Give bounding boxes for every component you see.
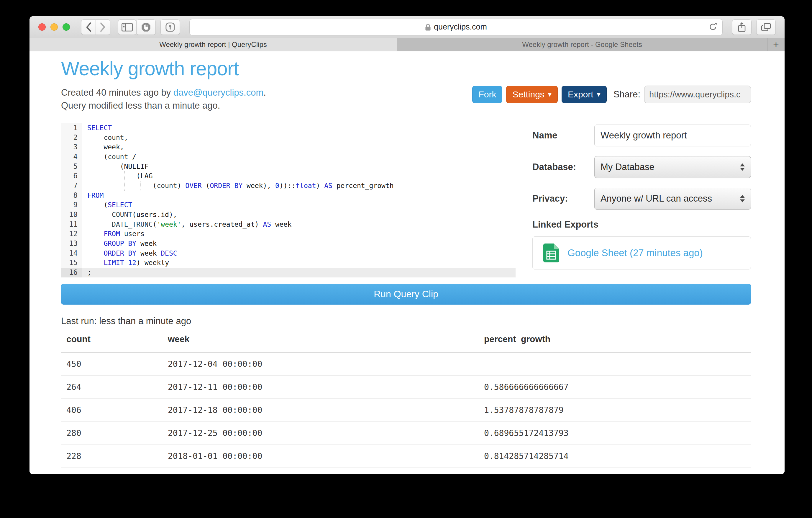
back-button[interactable]: [81, 20, 96, 35]
minimize-window-button[interactable]: [51, 23, 58, 31]
indent-guide: [108, 210, 108, 229]
table-cell: 2017-12-25 00:00:00: [163, 422, 479, 445]
column-header: week: [163, 328, 479, 352]
close-window-button[interactable]: [38, 23, 46, 31]
code-line[interactable]: 14 ORDER BY week DESC: [61, 248, 516, 258]
browser-tab[interactable]: Weekly growth report - Google Sheets: [397, 38, 767, 51]
line-number: 4: [61, 152, 82, 162]
database-select[interactable]: My Database: [594, 156, 751, 178]
share-icon: [738, 22, 746, 32]
table-cell: 2017-12-04 00:00:00: [163, 352, 479, 376]
chevron-left-icon: [85, 22, 92, 32]
code-line[interactable]: 7 (count) OVER (ORDER BY week), 0))::flo…: [61, 181, 516, 191]
table-cell: 2018-01-01 00:00:00: [163, 445, 479, 468]
tab-overview-button[interactable]: [756, 20, 776, 35]
code-text: FROM users: [82, 229, 145, 239]
code-text: FROM: [82, 191, 104, 200]
settings-panel: Name Database: My Database Privacy: Anyo…: [532, 125, 751, 270]
name-input[interactable]: [594, 125, 751, 146]
share-url-input[interactable]: [644, 86, 751, 103]
code-text: GROUP BY week: [82, 239, 156, 248]
table-cell: 1.53787878787879: [479, 399, 751, 422]
code-line[interactable]: 2 count,: [61, 133, 516, 142]
table-row: 4502017-12-04 00:00:00: [61, 352, 751, 376]
settings-button[interactable]: Settings▾: [506, 86, 557, 103]
browser-tab[interactable]: Weekly growth report | QueryClips: [29, 38, 397, 51]
caret-down-icon: ▾: [548, 90, 552, 99]
line-number: 14: [61, 248, 82, 258]
table-row: 2282018-01-01 00:00:000.814285714285714: [61, 445, 751, 468]
sql-editor-lines: 1SELECT2 count,3 week,4 (count /5 (NULLI…: [61, 123, 516, 277]
password-extension-button[interactable]: [161, 20, 180, 35]
code-line[interactable]: 8FROM: [61, 191, 516, 200]
table-cell: [479, 352, 751, 376]
code-line[interactable]: 16;: [61, 268, 516, 277]
results-body: 4502017-12-04 00:00:002642017-12-11 00:0…: [61, 352, 751, 474]
code-line[interactable]: 6 (LAG: [61, 171, 516, 181]
code-text: (LAG: [82, 171, 153, 181]
code-line[interactable]: 4 (count /: [61, 152, 516, 162]
privacy-select[interactable]: Anyone w/ URL can access: [594, 188, 751, 210]
fork-button[interactable]: Fork: [472, 86, 502, 103]
code-text: COUNT(users.id),: [82, 210, 177, 220]
results-table: countweekpercent_growth 4502017-12-04 00…: [61, 328, 751, 474]
caret-down-icon: ▾: [597, 90, 601, 99]
code-line[interactable]: 15 LIMIT 12) weekly: [61, 258, 516, 268]
code-text: ORDER BY week DESC: [82, 248, 177, 258]
author-link[interactable]: dave@queryclips.com: [173, 87, 263, 98]
table-row: 2642017-12-11 00:00:000.586666666666667: [61, 376, 751, 399]
code-line[interactable]: 3 week,: [61, 142, 516, 152]
table-row: 2802017-12-25 00:00:000.689655172413793: [61, 422, 751, 445]
indent-guide: [108, 162, 108, 191]
results-header-row: countweekpercent_growth: [61, 328, 751, 352]
code-text: (count) OVER (ORDER BY week), 0))::float…: [82, 181, 394, 191]
table-cell: 2017-12-11 00:00:00: [163, 376, 479, 399]
reload-button[interactable]: [708, 22, 718, 32]
table-cell: 264: [61, 376, 163, 399]
table-cell: 0.814285714285714: [479, 445, 751, 468]
table-cell: 228: [61, 445, 163, 468]
content-blocker-extension-button[interactable]: [136, 20, 156, 35]
select-arrows-icon: [740, 164, 745, 171]
line-number: 3: [61, 142, 82, 152]
linked-exports-heading: Linked Exports: [532, 219, 751, 230]
sql-editor[interactable]: 1SELECT2 count,3 week,4 (count /5 (NULLI…: [61, 123, 516, 277]
url-bar[interactable]: queryclips.com: [190, 19, 723, 35]
code-text: (NULLIF: [82, 162, 149, 171]
line-number: 2: [61, 133, 82, 142]
table-row: 4062017-12-18 00:00:001.53787878787879: [61, 399, 751, 422]
forward-button[interactable]: [96, 20, 110, 35]
sidebar-toggle-button[interactable]: [118, 20, 136, 35]
lock-icon: [425, 23, 431, 31]
table-row: 2852018-01-08 00:00:001.25: [61, 468, 751, 474]
code-line[interactable]: 12 FROM users: [61, 229, 516, 239]
tab-bar: Weekly growth report | QueryClipsWeekly …: [29, 38, 785, 51]
code-line[interactable]: 5 (NULLIF: [61, 162, 516, 171]
traffic-lights: [38, 23, 70, 31]
export-button[interactable]: Export▾: [561, 86, 607, 103]
code-line[interactable]: 10 COUNT(users.id),: [61, 210, 516, 220]
share-page-button[interactable]: [732, 20, 752, 35]
line-number: 12: [61, 229, 82, 239]
code-text: week,: [82, 142, 124, 152]
code-line[interactable]: 9 (SELECT: [61, 200, 516, 210]
code-text: (count /: [82, 152, 136, 162]
run-query-button[interactable]: Run Query Clip: [61, 284, 751, 305]
code-line[interactable]: 11 DATE_TRUNC('week', users.created_at) …: [61, 220, 516, 229]
browser-window: queryclips.com Weekly growth report | Qu…: [29, 16, 785, 474]
zoom-window-button[interactable]: [62, 23, 70, 31]
code-line[interactable]: 1SELECT: [61, 123, 516, 133]
sidebar-icon: [121, 23, 133, 32]
table-cell: 2018-01-08 00:00:00: [163, 468, 479, 474]
code-line[interactable]: 13 GROUP BY week: [61, 239, 516, 248]
google-sheet-card: Google Sheet (27 minutes ago): [532, 237, 751, 270]
google-sheet-link[interactable]: Google Sheet (27 minutes ago): [568, 247, 703, 258]
code-text: ;: [82, 268, 91, 277]
url-text: queryclips.com: [434, 22, 487, 32]
column-header: count: [61, 328, 163, 352]
table-cell: 280: [61, 422, 163, 445]
new-tab-button[interactable]: +: [767, 38, 785, 51]
table-cell: 0.586666666666667: [479, 376, 751, 399]
line-number: 11: [61, 220, 82, 229]
line-number: 1: [61, 123, 82, 133]
